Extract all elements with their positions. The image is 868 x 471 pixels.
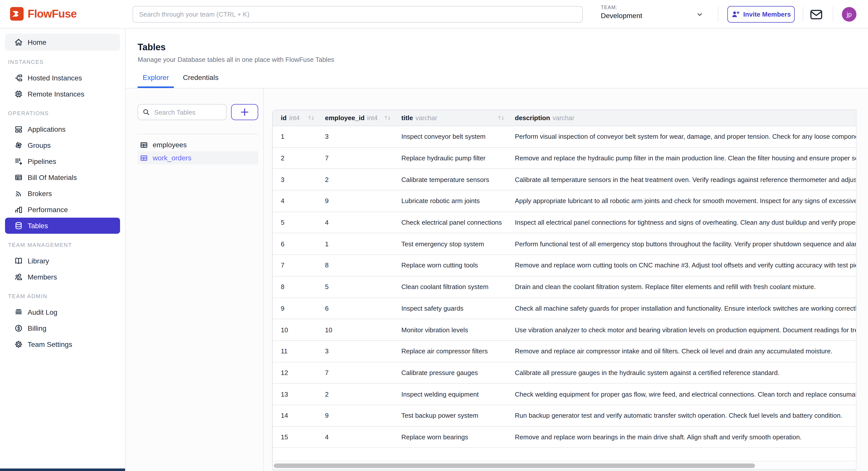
cell-description: Drain and clean the coolant filtration s… [507,283,856,291]
sidebar-item-remote-instances[interactable]: Remote Instances [5,86,120,102]
sidebar-item-pipelines[interactable]: Pipelines [5,153,120,169]
sidebar-item-tables[interactable]: Tables [5,218,120,234]
sidebar-item-home[interactable]: Home [5,34,120,51]
cell-id: 11 [273,347,317,355]
sidebar-section-operations: OPERATIONS [8,110,125,116]
sidebar-item-audit-log[interactable]: Audit Log [5,304,120,320]
cell-title: Replace hydraulic pump filter [393,154,507,162]
tab-bar: Explorer Credentials [126,71,868,88]
tab-explorer[interactable]: Explorer [137,71,174,88]
cell-id: 12 [273,369,317,377]
main-content: Tables Manage your Database tables all i… [126,29,868,471]
team-selector[interactable]: TEAM: Development [601,4,707,25]
groups-icon [14,141,23,150]
cell-description: Check all machine safety guards for prop… [507,305,856,312]
table-row[interactable]: 4 9 Lubricate robotic arm joints Apply a… [273,190,856,212]
cell-title: Replace air compressor filters [393,347,507,355]
sidebar-item-label: Groups [28,141,51,149]
invite-members-button[interactable]: Invite Members [727,6,795,23]
table-list-item-employees[interactable]: employees [137,138,258,151]
table-row[interactable]: 10 10 Monitor vibration levels Use vibra… [273,319,856,341]
table-row[interactable]: 9 6 Inspect safety guards Check all mach… [273,298,856,319]
cell-id: 4 [273,197,317,205]
flowfuse-logo-icon [10,7,24,21]
tab-credentials[interactable]: Credentials [178,71,223,88]
sidebar-item-label: Team Settings [28,340,72,348]
sort-icon[interactable]: ↑↓ [307,115,314,121]
sidebar-item-applications[interactable]: Applications [5,121,120,137]
sidebar-item-billing[interactable]: Billing [5,320,120,336]
sidebar-item-library[interactable]: Library [5,253,120,269]
table-row[interactable]: 15 4 Replace worn bearings Remove and re… [273,426,856,448]
table-row[interactable]: 13 2 Inspect welding equipment Check wel… [273,384,856,405]
cell-id: 15 [273,433,317,441]
nav-divider [718,6,718,22]
sidebar-item-label: Billing [28,324,46,332]
table-row[interactable]: 6 1 Test emergency stop system Perform f… [273,234,856,255]
sidebar-item-team-settings[interactable]: Team Settings [5,336,120,352]
gear-icon [14,340,23,349]
mail-icon[interactable] [810,8,823,21]
column-header-id[interactable]: id int4 ↑↓ [273,110,317,126]
database-icon [14,221,23,230]
sort-icon[interactable]: ↑↓ [497,115,504,121]
team-search-input[interactable] [133,6,583,23]
sidebar-item-bill-of-materials[interactable]: Bill Of Materials [5,169,120,185]
cell-id: 1 [273,133,317,141]
sidebar-item-brokers[interactable]: Brokers [5,185,120,202]
nav-divider [833,6,833,22]
sidebar-item-label: Pipelines [28,157,56,166]
top-nav: FlowFuse TEAM: Development Invite Member… [0,0,868,29]
cell-description: Perform visual inspection of conveyor be… [507,133,856,141]
table-row[interactable]: 8 5 Clean coolant filtration system Drai… [273,276,856,298]
tables-list-divider [137,134,258,134]
cell-title: Check electrical panel connections [393,219,507,226]
library-icon [14,256,23,265]
column-header-title[interactable]: title varchar ↑↓ [393,110,507,126]
sidebar-item-label: Hosted Instances [28,74,82,82]
cell-id: 7 [273,262,317,269]
sidebar-item-performance[interactable]: Performance [5,202,120,218]
scrollbar-thumb[interactable] [274,464,755,468]
team-label: TEAM: [601,4,707,10]
table-row[interactable]: 14 9 Test backup power system Run backup… [273,405,856,426]
table-row[interactable]: 1 3 Inspect conveyor belt system Perform… [273,126,856,148]
cell-id: 10 [273,326,317,333]
search-tables-input[interactable] [137,104,226,120]
table-list-item-work-orders[interactable]: work_orders [137,151,258,165]
sidebar: Home INSTANCES Hosted Instances Remote I… [0,29,126,471]
sidebar-item-groups[interactable]: Groups [5,137,120,153]
table-row[interactable]: 3 2 Calibrate temperature sensors Calibr… [273,169,856,190]
sidebar-item-hosted-instances[interactable]: Hosted Instances [5,70,120,86]
cell-description: Apply appropriate lubricant to all robot… [507,197,856,205]
cell-title: Replace worn bearings [393,433,507,441]
cell-id: 6 [273,240,317,248]
home-icon [14,38,23,47]
cell-id: 14 [273,412,317,419]
flowfuse-logo[interactable]: FlowFuse [10,7,76,21]
cell-title: Inspect safety guards [393,305,507,312]
brokers-icon [14,189,23,198]
sidebar-item-members[interactable]: Members [5,269,120,285]
table-row[interactable]: 2 7 Replace hydraulic pump filter Remove… [273,148,856,169]
add-table-button[interactable] [231,104,258,120]
column-header-employee-id[interactable]: employee_id int4 ↑↓ [317,110,393,126]
cell-title: Monitor vibration levels [393,326,507,333]
cell-title: Calibrate pressure gauges [393,369,507,377]
team-name: Development [601,11,707,20]
sidebar-item-label: Members [28,273,57,281]
column-header-description[interactable]: description varchar [507,110,856,126]
cell-employee-id: 1 [317,240,393,248]
performance-icon [14,205,23,214]
table-row[interactable]: 7 8 Replace worn cutting tools Remove an… [273,255,856,276]
sort-icon[interactable]: ↑↓ [384,115,390,121]
table-row[interactable]: 5 4 Check electrical panel connections I… [273,212,856,234]
cell-title: Test backup power system [393,412,507,419]
search-icon [142,108,150,116]
cell-title: Clean coolant filtration system [393,283,507,291]
user-avatar[interactable]: jp [842,7,857,22]
chevron-down-icon [696,11,703,18]
table-row[interactable]: 11 3 Replace air compressor filters Remo… [273,341,856,362]
cell-employee-id: 4 [317,219,393,226]
table-row[interactable]: 12 7 Calibrate pressure gauges Calibrate… [273,362,856,384]
